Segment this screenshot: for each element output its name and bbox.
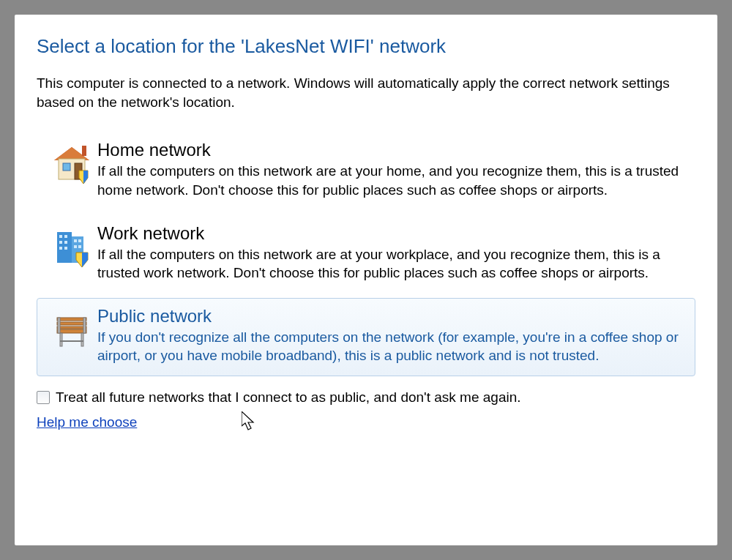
svg-rect-8 xyxy=(59,235,62,238)
svg-rect-12 xyxy=(59,247,62,250)
svg-rect-9 xyxy=(64,235,67,238)
svg-rect-11 xyxy=(64,241,67,244)
help-me-choose-link[interactable]: Help me choose xyxy=(37,414,137,430)
home-network-desc: If all the computers on this network are… xyxy=(97,162,686,199)
svg-rect-20 xyxy=(57,322,86,325)
option-public-network[interactable]: Public network If you don't recognize al… xyxy=(37,298,695,376)
svg-rect-18 xyxy=(57,329,86,333)
work-icon xyxy=(46,223,97,270)
svg-rect-19 xyxy=(57,318,86,321)
treat-public-checkbox-row[interactable]: Treat all future networks that I connect… xyxy=(37,389,695,406)
home-network-title: Home network xyxy=(97,140,686,160)
work-network-title: Work network xyxy=(97,223,686,244)
svg-rect-25 xyxy=(83,318,86,333)
svg-rect-5 xyxy=(82,146,86,156)
treat-public-label: Treat all future networks that I connect… xyxy=(56,389,521,406)
svg-rect-17 xyxy=(78,245,81,248)
network-location-dialog: Select a location for the 'LakesNet WIFI… xyxy=(15,15,717,545)
svg-rect-22 xyxy=(60,333,62,346)
svg-rect-3 xyxy=(63,163,70,171)
dialog-title: Select a location for the 'LakesNet WIFI… xyxy=(37,35,695,58)
checkbox-icon[interactable] xyxy=(37,391,50,404)
svg-rect-24 xyxy=(58,318,60,333)
svg-rect-23 xyxy=(81,333,83,346)
option-work-network[interactable]: Work network If all the computers on thi… xyxy=(37,215,695,294)
work-network-desc: If all the computers on this network are… xyxy=(97,245,686,283)
home-icon xyxy=(46,140,97,187)
svg-rect-16 xyxy=(74,245,77,248)
dialog-intro-text: This computer is connected to a network.… xyxy=(37,74,695,111)
option-home-network[interactable]: Home network If all the computers on thi… xyxy=(37,132,695,210)
svg-rect-14 xyxy=(74,239,77,242)
svg-rect-15 xyxy=(78,239,81,242)
public-network-title: Public network xyxy=(97,306,686,326)
svg-rect-13 xyxy=(64,247,67,250)
svg-rect-10 xyxy=(59,241,62,244)
public-network-desc: If you don't recognize all the computers… xyxy=(97,328,686,365)
svg-rect-21 xyxy=(57,326,86,329)
public-icon xyxy=(46,306,97,353)
